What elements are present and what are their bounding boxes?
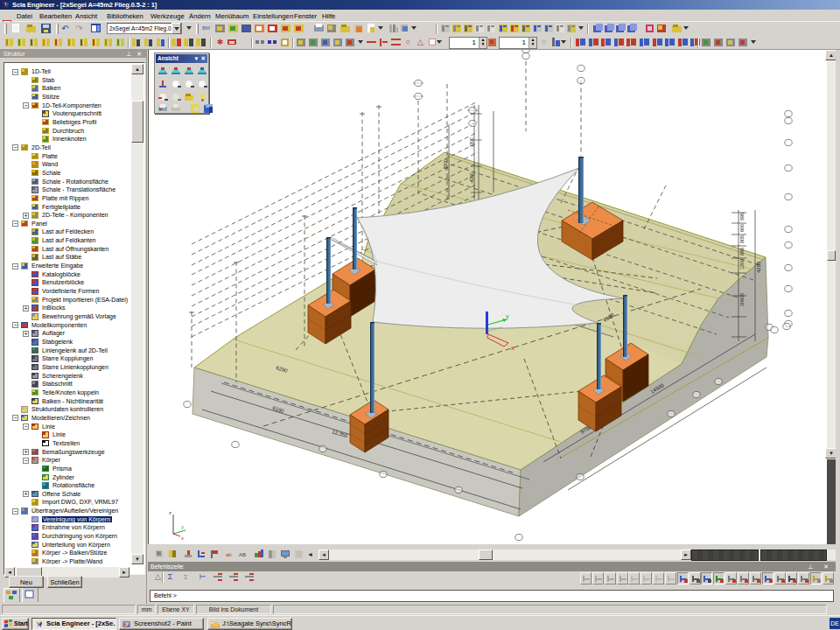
svg-text:z: z (169, 510, 172, 515)
svg-text:y: y (506, 313, 509, 320)
svg-text:-3000: -3000 (443, 159, 448, 171)
svg-text:-4200: -4200 (469, 172, 474, 184)
svg-text:x: x (511, 344, 514, 352)
svg-text:895: 895 (739, 248, 745, 256)
svg-text:1200: 1200 (739, 259, 745, 270)
svg-text:4295: 4295 (756, 261, 761, 273)
svg-text:595: 595 (739, 213, 745, 220)
svg-text:x: x (181, 536, 184, 541)
svg-text:805: 805 (739, 235, 745, 243)
svg-text:20600: 20600 (739, 293, 745, 306)
svg-text:y: y (181, 524, 184, 529)
svg-text:600: 600 (739, 224, 745, 232)
svg-text:-1500: -1500 (469, 137, 474, 149)
